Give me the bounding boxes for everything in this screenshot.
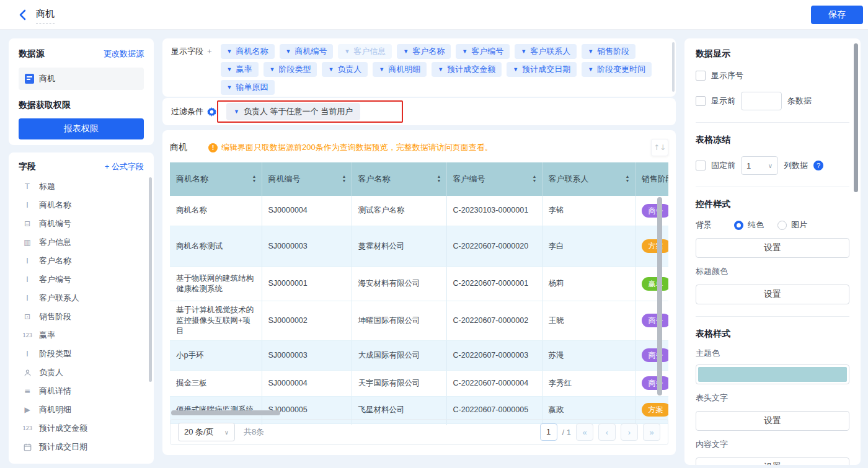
content-text-set-button[interactable]: 设置 (696, 457, 849, 465)
field-item-label: 商机明细 (39, 404, 71, 415)
title-color-label: 标题颜色 (696, 266, 849, 277)
table-cell: SJ0000001 (262, 267, 352, 301)
back-icon[interactable] (16, 8, 30, 22)
column-header[interactable]: 商机编号▲▼ (262, 162, 352, 196)
bg-image-option[interactable]: 图片 (777, 219, 807, 231)
preview-table: 商机名称▲▼商机编号▲▼客户名称▲▼客户编号▲▼客户联系人▲▼销售阶段▲▼商机名… (170, 162, 668, 425)
field-item[interactable]: ⊟商机编号 (19, 214, 148, 233)
filter-panel: 过滤条件 ▼负责人 等于任意一个 当前用户 (162, 98, 676, 125)
warning-icon: ! (208, 143, 218, 152)
filter-label: 过滤条件 (171, 106, 203, 117)
sort-order-icon[interactable]: ↑↓ (651, 139, 668, 156)
theme-color-picker[interactable] (696, 364, 849, 384)
stage-badge: 商务 (642, 348, 669, 362)
first-page-button[interactable]: « (576, 423, 593, 441)
display-field-chip[interactable]: ▼客户名称 (397, 44, 451, 59)
fix-columns-select[interactable]: 1 ∨ (741, 156, 778, 175)
display-field-chip[interactable]: ▼赢率 (221, 62, 259, 77)
table-row[interactable]: 掘金三板SJ0000004天宇国际有限公司C-20220607-0000004李… (170, 370, 668, 396)
table-cell: 大成国际有限公司 (352, 340, 446, 370)
display-field-chip[interactable]: ▼负责人 (322, 62, 368, 77)
prev-page-button[interactable]: ‹ (598, 423, 616, 441)
stage-badge: 商务 (642, 314, 669, 327)
table-cell: C-20220607-0000003 (446, 340, 542, 370)
rows-suffix-label: 条数据 (787, 95, 812, 107)
display-field-chip[interactable]: ▼输单原因 (221, 80, 275, 95)
field-item[interactable]: ≡商机详情 (19, 382, 148, 400)
display-fields-scrollbar[interactable] (672, 42, 675, 92)
field-item[interactable]: ⊡销售阶段 (19, 307, 148, 326)
header-text-set-button[interactable]: 设置 (696, 411, 849, 431)
formula-field-link[interactable]: + 公式字段 (105, 161, 144, 172)
display-field-chip[interactable]: ▼客户信息 (338, 44, 392, 59)
table-row[interactable]: 商机名称测试SJ0000003蔓霍材料公司C-20220607-0000020李… (170, 226, 668, 267)
field-item[interactable]: I阶段类型 (19, 345, 148, 363)
help-icon[interactable]: ? (813, 161, 823, 170)
save-button[interactable]: 保存 (811, 6, 863, 24)
sort-arrows-icon[interactable]: ▲▼ (342, 174, 347, 183)
sort-arrows-icon[interactable]: ▲▼ (626, 174, 630, 183)
fix-columns-checkbox[interactable] (696, 161, 706, 170)
display-field-chip[interactable]: ▼预计成交日期 (507, 62, 577, 77)
show-index-checkbox[interactable] (696, 71, 706, 81)
display-field-chip[interactable]: ▼阶段变更时间 (582, 62, 652, 77)
show-first-checkbox[interactable] (696, 96, 706, 106)
column-header[interactable]: 商机名称▲▼ (170, 162, 262, 196)
table-row[interactable]: 小p手环SJ0000003大成国际有限公司C-20220607-0000003苏… (170, 340, 668, 370)
fields-title: 字段 (19, 161, 36, 172)
field-item[interactable]: ▶商机明细 (19, 400, 148, 419)
fields-scrollbar[interactable] (149, 177, 152, 382)
field-item[interactable]: I商机名称 (19, 196, 148, 214)
field-item[interactable]: I客户名称 (19, 252, 148, 270)
field-item[interactable]: 123赢率 (19, 326, 148, 345)
column-header[interactable]: 客户联系人▲▼ (542, 162, 635, 196)
change-datasource-link[interactable]: 更改数据源 (104, 48, 144, 60)
display-fields-label: 显示字段 (171, 44, 203, 59)
field-item[interactable]: ▥客户信息 (19, 233, 148, 252)
sort-arrows-icon[interactable]: ▲▼ (437, 174, 441, 183)
field-item[interactable]: 预计成交日期 (19, 438, 148, 456)
add-display-field-button[interactable]: + (207, 44, 212, 59)
column-header-label: 客户编号 (453, 174, 485, 183)
table-row[interactable]: 商机名称SJ0000004测试客户名称C-20230103-0000001李铭商… (170, 196, 668, 226)
datasource-item[interactable]: 商机 (19, 68, 144, 90)
number-icon: 123 (21, 332, 33, 338)
display-field-chip[interactable]: ▼预计成交金额 (432, 62, 502, 77)
page-size-select[interactable]: 20 条/页 ∨ (178, 423, 235, 441)
report-permission-button[interactable]: 报表权限 (19, 118, 144, 139)
field-item[interactable]: T标题 (19, 177, 148, 196)
sort-arrows-icon[interactable]: ▲▼ (252, 174, 257, 183)
table-horizontal-scrollbar[interactable] (171, 410, 280, 415)
display-field-chip[interactable]: ▼商机明细 (373, 62, 427, 77)
last-page-button[interactable]: » (643, 423, 660, 441)
column-header[interactable]: 客户编号▲▼ (446, 162, 542, 196)
table-row[interactable]: 基于计算机视觉技术的监控摄像头互联网+项目SJ0000002坤曜国际有限公司C-… (170, 301, 668, 340)
title-color-set-button[interactable]: 设置 (696, 285, 849, 304)
stage-cell: 商务 (635, 301, 668, 340)
next-page-button[interactable]: › (621, 423, 638, 441)
column-header[interactable]: 销售阶段▲▼ (635, 162, 668, 196)
display-field-chip[interactable]: ▼销售阶段 (582, 44, 636, 59)
display-field-chip[interactable]: ▼商机编号 (280, 44, 334, 59)
rows-count-input[interactable] (741, 92, 782, 110)
field-item[interactable]: I客户编号 (19, 270, 148, 289)
preview-table-wrap: 商机名称▲▼商机编号▲▼客户名称▲▼客户编号▲▼客户联系人▲▼销售阶段▲▼商机名… (170, 162, 668, 425)
display-field-chip[interactable]: ▼阶段类型 (264, 62, 317, 77)
table-row[interactable]: 基于物联网的建筑结构健康检测系统SJ0000001海安材料有限公司C-20220… (170, 267, 668, 301)
background-set-button[interactable]: 设置 (696, 238, 849, 258)
settings-scrollbar[interactable] (854, 43, 858, 192)
field-item[interactable]: 123预计成交金额 (19, 419, 148, 438)
filter-condition-chip[interactable]: ▼负责人 等于任意一个 当前用户 (226, 103, 360, 120)
field-item[interactable]: 负责人 (19, 363, 148, 382)
page-title[interactable]: 商机 (36, 8, 55, 24)
table-vertical-scrollbar[interactable] (657, 197, 662, 395)
display-field-chip[interactable]: ▼商机名称 (221, 44, 275, 59)
page-number-input[interactable]: 1 (540, 423, 557, 441)
sort-arrows-icon[interactable]: ▲▼ (533, 174, 537, 183)
gear-icon[interactable] (207, 107, 216, 117)
display-field-chip[interactable]: ▼客户联系人 (515, 44, 577, 59)
display-field-chip[interactable]: ▼客户编号 (456, 44, 510, 59)
column-header[interactable]: 客户名称▲▼ (352, 162, 446, 196)
field-item[interactable]: I客户联系人 (19, 289, 148, 307)
bg-solid-option[interactable]: 纯色 (734, 219, 764, 231)
